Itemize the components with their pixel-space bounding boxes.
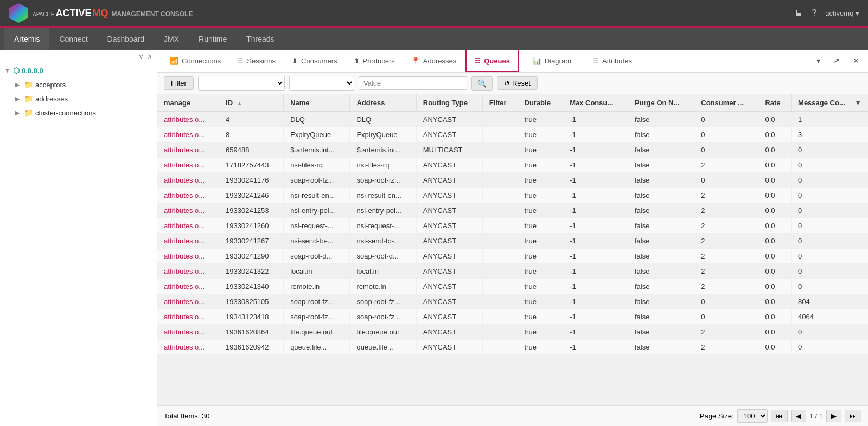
sidebar-collapse-icon[interactable]: ∨ bbox=[138, 52, 144, 61]
cell-rate: 0.0 bbox=[758, 249, 792, 264]
col-address[interactable]: Address bbox=[350, 94, 416, 112]
tree-toggle-cluster[interactable]: ▶ bbox=[15, 109, 22, 117]
filter-button[interactable]: Filter bbox=[164, 76, 194, 90]
nav-item-connect[interactable]: Connect bbox=[49, 28, 97, 51]
col-name[interactable]: Name bbox=[284, 94, 350, 112]
tree-toggle-acceptors[interactable]: ▶ bbox=[15, 81, 22, 88]
cell-routing_type: ANYCAST bbox=[416, 158, 482, 173]
cell-message_count: 0 bbox=[792, 188, 868, 203]
cell-rate: 0.0 bbox=[758, 188, 792, 203]
folder-icon-addresses: 📁 bbox=[24, 94, 33, 103]
last-page-button[interactable]: ⏭ bbox=[845, 410, 861, 422]
col-durable[interactable]: Durable bbox=[518, 94, 563, 112]
cell-filter bbox=[482, 112, 518, 127]
user-menu[interactable]: activemq bbox=[825, 9, 859, 17]
tree-toggle-addresses[interactable]: ▶ bbox=[15, 95, 22, 102]
col-message-count[interactable]: Message Co... ▼ bbox=[792, 94, 868, 112]
nav-item-runtime[interactable]: Runtime bbox=[189, 28, 237, 51]
col-max-consumers[interactable]: Max Consu... bbox=[563, 94, 628, 112]
nav-item-jmx[interactable]: JMX bbox=[154, 28, 189, 51]
tab-producers[interactable]: ⬆ Producers bbox=[346, 50, 403, 72]
cell-filter bbox=[482, 218, 518, 234]
col-purge-on-no-consumers[interactable]: Purge On N... bbox=[628, 94, 694, 112]
cell-manage[interactable]: attributes o... bbox=[157, 249, 219, 264]
cell-purge_on_no_consumers: false bbox=[628, 143, 694, 158]
cell-filter bbox=[482, 264, 518, 279]
col-filter[interactable]: Filter bbox=[482, 94, 518, 112]
sidebar-item-addresses[interactable]: ▶ 📁 addresses bbox=[0, 92, 157, 106]
tab-chevron-down-button[interactable]: ▾ bbox=[812, 54, 825, 67]
cell-manage[interactable]: attributes o... bbox=[157, 340, 219, 355]
cell-address: soap-root-fz... bbox=[350, 294, 416, 309]
cell-purge_on_no_consumers: false bbox=[628, 127, 694, 143]
col-rate[interactable]: Rate bbox=[758, 94, 792, 112]
col-routing-type[interactable]: Routing Type bbox=[416, 94, 482, 112]
cell-manage[interactable]: attributes o... bbox=[157, 158, 219, 173]
tab-consumers[interactable]: ⬇ Consumers bbox=[284, 50, 345, 72]
next-page-button[interactable]: ▶ bbox=[826, 410, 841, 422]
cell-manage[interactable]: attributes o... bbox=[157, 309, 219, 325]
nav-item-artemis[interactable]: Artemis bbox=[4, 28, 49, 51]
sidebar-item-acceptors[interactable]: ▶ 📁 acceptors bbox=[0, 78, 157, 92]
cell-manage[interactable]: attributes o... bbox=[157, 203, 219, 218]
tab-close-button[interactable]: ✕ bbox=[848, 54, 864, 67]
cell-manage[interactable]: attributes o... bbox=[157, 325, 219, 340]
tab-addresses[interactable]: 📍 Addresses bbox=[403, 50, 464, 72]
cell-routing_type: ANYCAST bbox=[416, 294, 482, 309]
tab-refresh-button[interactable]: ↗ bbox=[829, 54, 844, 67]
cell-manage[interactable]: attributes o... bbox=[157, 218, 219, 234]
filter-value-input[interactable] bbox=[359, 76, 467, 90]
reset-button[interactable]: ↺ Reset bbox=[497, 76, 538, 90]
tree-root-toggle[interactable]: ▼ bbox=[4, 67, 11, 74]
cell-filter bbox=[482, 249, 518, 264]
first-page-button[interactable]: ⏮ bbox=[771, 410, 788, 422]
cell-manage[interactable]: attributes o... bbox=[157, 143, 219, 158]
cell-address: remote.in bbox=[350, 279, 416, 294]
cell-manage[interactable]: attributes o... bbox=[157, 279, 219, 294]
cell-message_count: 0 bbox=[792, 173, 868, 188]
cell-manage[interactable]: attributes o... bbox=[157, 112, 219, 127]
col-manage[interactable]: manage bbox=[157, 94, 219, 112]
filter-operator-select[interactable] bbox=[289, 76, 354, 91]
cell-rate: 0.0 bbox=[758, 264, 792, 279]
cell-filter bbox=[482, 294, 518, 309]
cell-purge_on_no_consumers: false bbox=[628, 294, 694, 309]
tab-sessions[interactable]: ☰ Sessions bbox=[229, 50, 284, 72]
queues-icon: ☰ bbox=[474, 57, 481, 65]
search-button[interactable]: 🔍 bbox=[471, 76, 493, 91]
monitor-icon[interactable]: 🖥 bbox=[794, 8, 803, 18]
filter-field-select[interactable] bbox=[198, 76, 285, 91]
logo-console: MANAGEMENT CONSOLE bbox=[111, 10, 193, 18]
col-consumer-count[interactable]: Consumer ... bbox=[694, 94, 758, 112]
nav-item-threads[interactable]: Threads bbox=[237, 28, 284, 51]
cell-address: file.queue.out bbox=[350, 325, 416, 340]
tab-queues[interactable]: ☰ Queues bbox=[465, 50, 519, 72]
nav-item-dashboard[interactable]: Dashboard bbox=[98, 28, 155, 51]
cell-manage[interactable]: attributes o... bbox=[157, 188, 219, 203]
cell-purge_on_no_consumers: false bbox=[628, 279, 694, 294]
cell-manage[interactable]: attributes o... bbox=[157, 173, 219, 188]
cell-message_count: 0 bbox=[792, 279, 868, 294]
table-row: attributes o...8ExpiryQueueExpiryQueueAN… bbox=[157, 127, 868, 143]
cell-manage[interactable]: attributes o... bbox=[157, 127, 219, 143]
cell-manage[interactable]: attributes o... bbox=[157, 264, 219, 279]
page-size-select[interactable]: 100 50 25 bbox=[737, 409, 768, 423]
tab-attributes[interactable]: ☰ Attributes bbox=[584, 50, 640, 72]
help-icon[interactable]: ? bbox=[812, 8, 816, 18]
cell-manage[interactable]: attributes o... bbox=[157, 234, 219, 249]
sidebar-expand-icon[interactable]: ∧ bbox=[147, 52, 152, 61]
cell-name: $.artemis.int... bbox=[284, 143, 350, 158]
sidebar-item-cluster-connections[interactable]: ▶ 📁 cluster-connections bbox=[0, 106, 157, 120]
tree-root-node[interactable]: ▼ ⬡ 0.0.0.0 bbox=[0, 63, 157, 78]
cell-durable: true bbox=[518, 340, 563, 355]
cell-consumer_count: 2 bbox=[694, 340, 758, 355]
cell-purge_on_no_consumers: false bbox=[628, 249, 694, 264]
cell-id: 19330241290 bbox=[219, 249, 284, 264]
cell-id: 19330241340 bbox=[219, 279, 284, 294]
tab-diagram[interactable]: 📊 Diagram bbox=[525, 50, 579, 72]
tab-connections[interactable]: 📶 Connections bbox=[162, 50, 229, 72]
col-id[interactable]: ID ▲ bbox=[219, 94, 284, 112]
prev-page-button[interactable]: ◀ bbox=[791, 410, 806, 422]
cell-name: nsi-files-rq bbox=[284, 158, 350, 173]
cell-manage[interactable]: attributes o... bbox=[157, 294, 219, 309]
